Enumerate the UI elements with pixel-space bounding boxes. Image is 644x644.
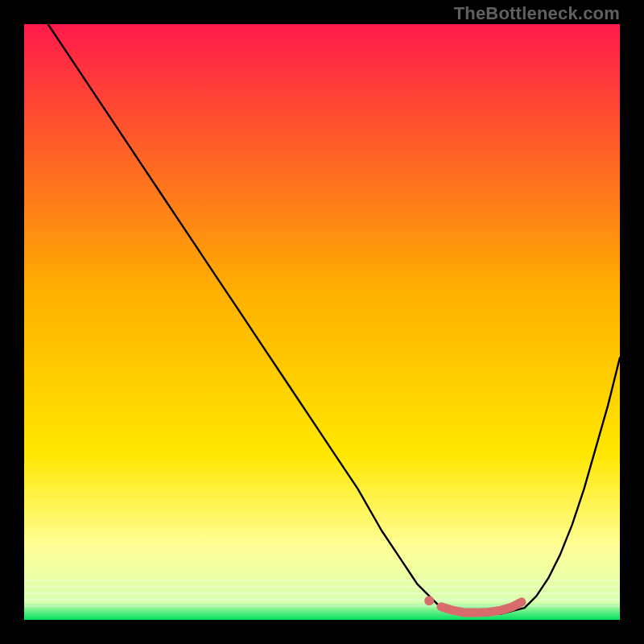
svg-rect-1 — [24, 586, 620, 588]
highlight-dot — [424, 596, 434, 605]
chart-plot-area — [24, 24, 620, 620]
chart-frame: TheBottleneck.com — [0, 0, 644, 644]
gradient-background — [24, 24, 620, 620]
svg-rect-3 — [24, 599, 620, 601]
chart-svg — [24, 24, 620, 620]
attribution-text: TheBottleneck.com — [454, 3, 620, 24]
svg-rect-2 — [24, 592, 620, 594]
svg-rect-4 — [24, 605, 620, 607]
svg-rect-0 — [24, 580, 620, 581]
